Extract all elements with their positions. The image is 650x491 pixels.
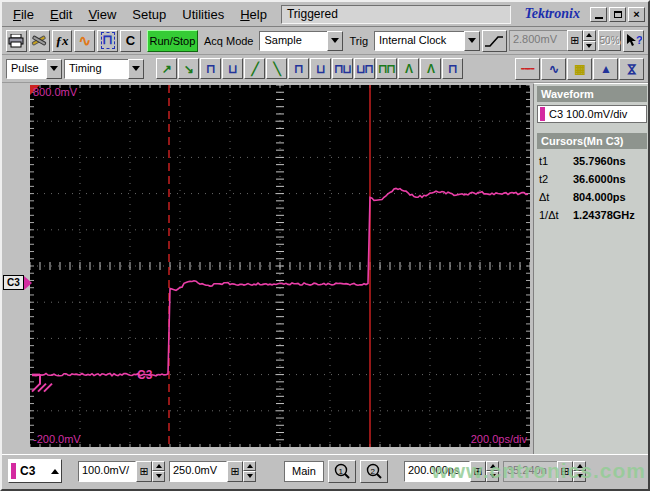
menu-edit[interactable]: Edit (42, 5, 80, 24)
print-button[interactable] (6, 30, 27, 52)
neg-duty-button[interactable]: ⊔⊓ (354, 58, 375, 79)
zoom-2-button[interactable]: 2 (360, 460, 388, 483)
menu-help[interactable]: Help (232, 5, 275, 24)
keypad-icon[interactable]: ⊞ (136, 461, 152, 482)
tools-button[interactable] (29, 30, 50, 52)
context-help-button[interactable]: ? (623, 30, 644, 52)
waveform-button[interactable]: ∿ (541, 58, 566, 80)
neg-pulse-icon: ⊔ (316, 63, 324, 75)
pos-width-button[interactable]: ⊓ (200, 58, 221, 79)
c3-color-swatch (540, 107, 545, 121)
keypad-icon[interactable]: ⊞ (567, 30, 583, 51)
channel-c3-marker[interactable]: C3 (3, 275, 32, 290)
restore-button[interactable] (609, 7, 626, 22)
waveform-header: Waveform (537, 86, 647, 102)
pos-pulse-icon: ⊓ (294, 63, 302, 75)
neg-peak-icon: Λ (427, 63, 434, 75)
cursors-button[interactable]: ╌╌ (515, 58, 540, 80)
chevron-down-icon[interactable] (46, 59, 62, 79)
readout-t1: t135.7960ns (537, 152, 647, 170)
keypad-icon[interactable]: ⊞ (227, 461, 243, 482)
zoom-1-button[interactable]: 1 (328, 460, 356, 483)
fall-time-icon: ↘ (184, 63, 193, 75)
minimize-icon (595, 17, 603, 19)
horizontal-scale-spinner[interactable] (486, 461, 499, 482)
restore-icon (614, 11, 622, 18)
menu-file[interactable]: File (5, 5, 42, 24)
display-mode-buttons: ╌╌∿▦▲⋈ (515, 58, 644, 80)
histogram-icon: ▲ (600, 63, 611, 75)
main-toolbar: ƒx ∿ ⊓ C Run/Stop Acq Mode Sample Trig I… (2, 27, 648, 55)
menu-bar: FileEditViewSetupUtilitiesHelp Triggered… (2, 2, 648, 27)
printer-icon (8, 34, 24, 48)
pulse-edit-button[interactable]: ⊓ (97, 30, 118, 52)
measure-category-select[interactable]: Timing (64, 59, 144, 79)
histogram-button[interactable]: ▲ (593, 58, 618, 80)
menu-setup[interactable]: Setup (124, 5, 174, 24)
tools-icon (31, 34, 47, 48)
horizontal-position-spinner[interactable] (573, 461, 586, 482)
rise-slope-icon: ╱ (251, 63, 257, 75)
menu-view[interactable]: View (80, 5, 124, 24)
cursors-icon: ╌╌ (521, 63, 533, 75)
clear-button[interactable]: C (120, 30, 141, 52)
channel-marker-label: C3 (3, 275, 24, 290)
timebase-label: 200.0ps/div (471, 433, 527, 445)
acq-mode-select[interactable]: Sample (259, 31, 343, 51)
fall-time-button[interactable]: ↘ (178, 58, 199, 79)
readout-t2: t236.6000ns (537, 170, 647, 188)
keypad-icon[interactable]: ⊞ (470, 461, 486, 482)
set-50pct-button[interactable]: 50% (598, 30, 621, 51)
eye-diagram-button[interactable]: ⋈ (619, 58, 644, 80)
channel-select-button[interactable]: C3 (8, 459, 62, 483)
rise-slope-button[interactable]: ╱ (244, 58, 265, 79)
run-stop-button[interactable]: Run/Stop (147, 30, 198, 52)
trig-slope-button[interactable] (482, 30, 507, 52)
graticule[interactable]: C3 800.0mV -200.0mV 200.0ps/div (30, 85, 530, 447)
trig-level-field[interactable]: 2.800mV ⊞ (509, 30, 596, 51)
neg-pulse-button[interactable]: ⊔ (310, 58, 331, 79)
trig-label: Trig (345, 35, 372, 47)
horizontal-position-field[interactable]: 35.240n ⊞ (503, 461, 586, 482)
readout-label: t2 (539, 173, 573, 185)
readout-label: t1 (539, 155, 573, 167)
chevron-down-icon[interactable] (128, 59, 144, 79)
readout-value: 804.000ps (573, 191, 626, 203)
fall-slope-button[interactable]: ╲ (266, 58, 287, 79)
neg-width-button[interactable]: ⊔ (222, 58, 243, 79)
horizontal-mode-box[interactable]: Main (284, 461, 324, 482)
horizontal-scale-field[interactable]: 200.000ps ⊞ (404, 461, 499, 482)
eye-diagram-icon: ⋈ (626, 63, 638, 74)
minimize-button[interactable] (590, 7, 607, 22)
pos-duty-button[interactable]: ⊓⊔ (332, 58, 353, 79)
keypad-icon[interactable]: ⊞ (557, 461, 573, 482)
neg-width-icon: ⊔ (228, 63, 236, 75)
rise-time-button[interactable]: ↗ (156, 58, 177, 79)
vertical-scale-spinner[interactable] (152, 461, 165, 482)
vertical-scale-field[interactable]: 100.0mV/ ⊞ (78, 461, 165, 482)
svg-text:1: 1 (339, 466, 344, 475)
signal-class-select[interactable]: Pulse (6, 59, 62, 79)
trig-level-spinner[interactable] (583, 30, 596, 51)
pos-pulse-button[interactable]: ⊓ (288, 58, 309, 79)
chevron-down-icon[interactable] (464, 31, 480, 51)
menu-utilities[interactable]: Utilities (174, 5, 232, 24)
chevron-down-icon[interactable] (327, 31, 343, 51)
close-button[interactable]: × (628, 7, 645, 22)
waveform-channel-entry[interactable]: C3 100.0mV/div (537, 105, 647, 123)
channel-marker-arrow-icon (24, 276, 32, 290)
burst-button[interactable]: ⊓⊓ (376, 58, 397, 79)
svg-text:?: ? (636, 34, 642, 46)
measure-buttons: ↗↘⊓⊔╱╲⊓⊔⊓⊔⊔⊓⊓⊓ΛΛ⊓ (156, 58, 463, 79)
menu-items: FileEditViewSetupUtilitiesHelp (5, 5, 275, 24)
neg-peak-button[interactable]: Λ (420, 58, 441, 79)
trig-source-select[interactable]: Internal Clock (374, 31, 480, 51)
delay-button[interactable]: ⊓ (442, 58, 463, 79)
vertical-offset-spinner[interactable] (243, 461, 256, 482)
vertical-offset-field[interactable]: 250.0mV ⊞ (169, 461, 256, 482)
annotation-button[interactable]: ▦ (567, 58, 592, 80)
waveform-tool-button[interactable]: ∿ (74, 30, 95, 52)
math-fx-button[interactable]: ƒx (52, 30, 73, 52)
magnifier-2-icon: 2 (365, 463, 383, 480)
pos-peak-button[interactable]: Λ (398, 58, 419, 79)
